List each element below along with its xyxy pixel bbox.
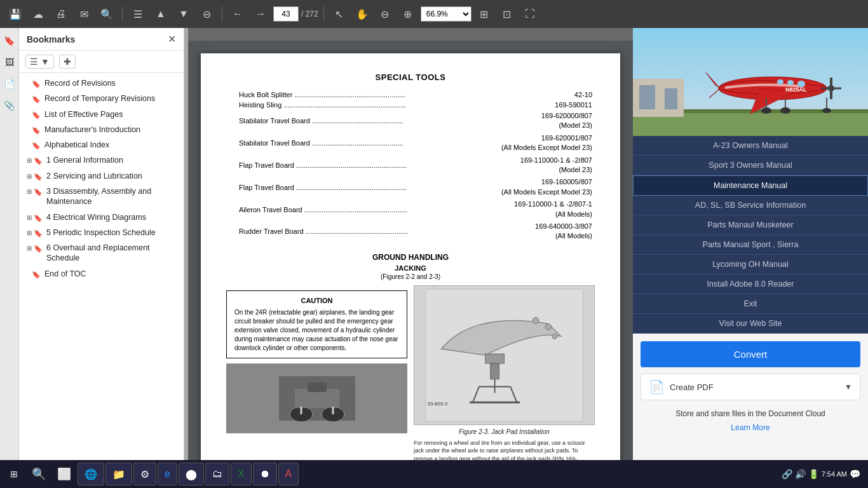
- sidebar-header: Bookmarks ✕: [19, 28, 184, 51]
- convert-button[interactable]: Convert: [641, 341, 860, 367]
- menu-ad-sl-sb[interactable]: AD, SL, SB Service Information: [633, 196, 868, 215]
- menu-lycoming-oh[interactable]: Lycoming OH Manual: [633, 255, 868, 274]
- bookmark-manufacturers-intro[interactable]: 🔖 Manufacturer's Introduction: [19, 122, 184, 137]
- bookmarks-icon-btn[interactable]: 🔖: [2, 33, 17, 48]
- sidebar-close-button[interactable]: ✕: [168, 33, 176, 45]
- bookmark-label: 3 Disassembly, Assembly and Maintenance: [46, 186, 179, 207]
- menu-visit-web[interactable]: Visit our Web Site: [633, 314, 868, 334]
- cloud-info: Store and share files in the Document Cl…: [641, 408, 860, 433]
- page-total: / 272: [301, 10, 318, 18]
- bookmark-label: End of TOC: [44, 269, 179, 279]
- bookmark-end-of-toc[interactable]: 🔖 End of TOC: [19, 266, 184, 281]
- hand-tool[interactable]: ✋: [352, 4, 372, 24]
- caution-text: On the 24R (retractable gear) airplanes,…: [234, 308, 399, 353]
- tool-part: 169-640000-3/807(All Models): [463, 220, 595, 243]
- fit-width-button[interactable]: ⊞: [474, 4, 494, 24]
- ground-handling-title: GROUND HANDLING: [226, 253, 595, 262]
- search-button[interactable]: 🔍: [97, 4, 117, 24]
- tool-name: Heisting Sling .........................…: [226, 100, 463, 110]
- zoom-out-button[interactable]: ⊖: [375, 4, 395, 24]
- menu-install-adobe[interactable]: Install Adobe 8.0 Reader: [633, 274, 868, 294]
- taskbar-media[interactable]: ⏺: [253, 463, 277, 485]
- expand-icon: ⊞: [27, 229, 32, 237]
- back-button[interactable]: ←: [227, 4, 248, 24]
- menu-parts-musketeer[interactable]: Parts Manaul Musketeer: [633, 215, 868, 235]
- add-bookmark-btn[interactable]: ✚: [59, 55, 76, 69]
- tool-part: 169-160005/807(All Models Except Model 2…: [463, 176, 595, 198]
- learn-more-button[interactable]: Learn More: [731, 423, 770, 432]
- page-input[interactable]: 43: [273, 6, 299, 22]
- bookmark-record-temp-revisions[interactable]: 🔖 Record of Temporary Revisions: [19, 91, 184, 106]
- menu-parts-sport-sierra[interactable]: Parts Manual Sport , Sierra: [633, 235, 868, 255]
- taskbar-ie[interactable]: e: [158, 463, 177, 485]
- bookmark-ch2[interactable]: ⊞ 🔖 2 Servicing and Lubrication: [19, 168, 184, 184]
- zoom-select[interactable]: 50% 66.9% 75% 100% 125% 150%: [421, 6, 471, 22]
- bookmark-icon: 🔖: [34, 229, 43, 238]
- save-button[interactable]: 💾: [5, 4, 25, 24]
- bookmark-icon: 🔖: [32, 95, 41, 104]
- bookmark-ch3[interactable]: ⊞ 🔖 3 Disassembly, Assembly and Maintena…: [19, 184, 184, 210]
- zoom-in-button[interactable]: ⊕: [398, 4, 418, 24]
- bookmark-ch1[interactable]: ⊞ 🔖 1 General Information: [19, 152, 184, 168]
- fit-page-button[interactable]: ⊡: [497, 4, 517, 24]
- menu-exit[interactable]: Exit: [633, 294, 868, 314]
- thumbnails-icon-btn[interactable]: 🖼: [2, 55, 17, 70]
- svg-point-36: [780, 107, 790, 114]
- pdf-viewer[interactable]: SPECIAL TOOLS Huck Bolt Splitter .......…: [188, 28, 633, 460]
- attachments-icon-btn[interactable]: 📎: [2, 98, 17, 113]
- prev-page-button[interactable]: ▲: [151, 4, 171, 24]
- tool-part: 169-620001/807(All Models Except Model 2…: [463, 132, 595, 154]
- new-bookmark-btn[interactable]: ☰ ▼: [25, 55, 54, 69]
- bookmark-label: 1 General Information: [46, 155, 179, 165]
- bookmark-ch4[interactable]: ⊞ 🔖 4 Electrical Wiring Diagrams: [19, 210, 184, 225]
- bookmark-ch6[interactable]: ⊞ 🔖 6 Overhaul and Replacement Schedule: [19, 240, 184, 266]
- upload-button[interactable]: ☁: [28, 4, 48, 24]
- bookmark-panel-button[interactable]: ☰: [128, 4, 148, 24]
- taskbar-edge[interactable]: 🌐: [78, 463, 104, 485]
- bookmark-alphabetical-index[interactable]: 🔖 Alphabetical Index: [19, 137, 184, 152]
- taskbar-excel[interactable]: X: [231, 463, 252, 485]
- page-navigation: 43 / 272: [273, 6, 318, 22]
- taskbar-folder[interactable]: 🗂: [205, 463, 229, 485]
- start-button[interactable]: ⊞: [3, 463, 25, 485]
- two-column-section: CAUTION On the 24R (retractable gear) ai…: [226, 285, 595, 460]
- svg-point-31: [777, 79, 783, 85]
- full-screen-button[interactable]: ⛶: [520, 4, 540, 24]
- email-button[interactable]: ✉: [74, 4, 94, 24]
- taskbar-chrome[interactable]: ⬤: [179, 463, 204, 485]
- menu-sport3-owners[interactable]: Sport 3 Owners Manual: [633, 156, 868, 175]
- plane-image: N825AL: [633, 28, 868, 136]
- tool-name: Huck Bolt Splitter .....................…: [226, 90, 463, 100]
- forward-button[interactable]: →: [250, 4, 271, 24]
- bookmark-record-of-revisions[interactable]: 🔖 Record of Revisions: [19, 76, 184, 91]
- layers-icon-btn[interactable]: 📄: [2, 76, 17, 92]
- jacking-photo: [226, 363, 407, 433]
- cursor-tool[interactable]: ↖: [329, 4, 349, 24]
- print-button[interactable]: 🖨: [51, 4, 71, 24]
- battery-icon: 🔋: [808, 469, 819, 479]
- bookmark-icon: 🔖: [32, 126, 41, 135]
- bookmark-label: 4 Electrical Wiring Diagrams: [46, 212, 179, 222]
- taskbar-task-view[interactable]: ⬜: [52, 463, 76, 485]
- menu-a23-owners[interactable]: A-23 Owners Manual: [633, 136, 868, 156]
- tools-table: Huck Bolt Splitter .....................…: [226, 90, 595, 243]
- taskbar-settings[interactable]: ⚙: [133, 463, 156, 485]
- bookmark-list-effective-pages[interactable]: 🔖 List of Effective Pages: [19, 107, 184, 122]
- menu-maintenance-manual[interactable]: Maintenance Manual: [633, 175, 868, 196]
- next-page-button[interactable]: ▼: [173, 4, 194, 24]
- explorer-icon: 📁: [112, 468, 125, 480]
- taskbar-adobe[interactable]: A: [278, 463, 299, 485]
- create-pdf-dropdown[interactable]: ▼: [844, 383, 852, 391]
- notification-icon[interactable]: 💬: [850, 469, 860, 479]
- bookmark-ch5[interactable]: ⊞ 🔖 5 Periodic Inspection Schedule: [19, 225, 184, 240]
- left-column: CAUTION On the 24R (retractable gear) ai…: [226, 285, 407, 460]
- taskbar-explorer[interactable]: 📁: [105, 463, 132, 485]
- bookmark-list: 🔖 Record of Revisions 🔖 Record of Tempor…: [19, 73, 184, 460]
- expand-icon: ⊞: [27, 156, 32, 165]
- fit-button[interactable]: ⊖: [196, 4, 217, 24]
- sound-icon: 🔊: [795, 469, 806, 479]
- jacking-title: JACKING: [226, 264, 595, 272]
- toolbar-divider-1: [122, 6, 123, 22]
- taskbar-right: 🔗 🔊 🔋 7:54 AM 💬: [782, 469, 865, 479]
- taskbar-search[interactable]: 🔍: [27, 463, 51, 485]
